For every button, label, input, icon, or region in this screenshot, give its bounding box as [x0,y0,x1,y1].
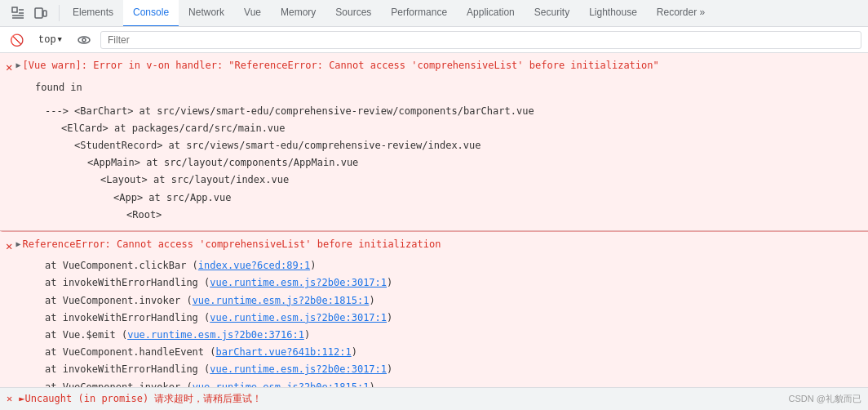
error2-link-4[interactable]: vue.runtime.esm.js?2b0e:3716:1 [127,329,304,341]
console-content: ✕ ▶ [Vue warn]: Error in v-on handler: "… [0,53,868,410]
error-icon-2[interactable]: ✕ [6,238,12,256]
error1-stack-5: <App> at src/App.vue [2,189,868,207]
tab-memory[interactable]: Memory [271,0,326,27]
error1-stack-text-3: <AppMain> at src/layout/components/AppMa… [87,155,358,171]
error-block-1: ✕ ▶ [Vue warn]: Error in v-on handler: "… [0,53,868,230]
error1-stack-3: <AppMain> at src/layout/components/AppMa… [2,154,868,172]
error1-stack-text-2: <StudentRecord> at src/views/smart-edu/c… [74,138,481,154]
error1-stack-text-4: <Layout> at src/layout/index.vue [100,172,289,188]
error2-stack-0: at VueComponent.clickBar (index.vue?6ced… [2,257,868,274]
error-icon-1[interactable]: ✕ [6,59,12,77]
bottom-error-text: ►Uncaught (in promise) 请求超时，请稍后重试！ [19,392,262,406]
error2-stack-2: at VueComponent.invoker (vue.runtime.esm… [2,292,868,310]
error2-link-2[interactable]: vue.runtime.esm.js?2b0e:1815:1 [193,295,370,306]
error1-stack-6: <Root> [2,207,868,224]
tab-vue[interactable]: Vue [234,0,271,27]
error1-main-line: ✕ ▶ [Vue warn]: Error in v-on handler: "… [2,56,868,78]
tab-performance[interactable]: Performance [381,0,457,27]
bottom-error-section: ✕ ►Uncaught (in promise) 请求超时，请稍后重试！ [7,392,789,406]
tab-security[interactable]: Security [525,0,579,27]
error1-found-in-text: found in [35,80,861,96]
error2-stack-text-4: at Vue.$emit (vue.runtime.esm.js?2b0e:37… [45,328,310,343]
error2-link-0[interactable]: index.vue?6ced:89:1 [198,260,310,271]
error2-link-1[interactable]: vue.runtime.esm.js?2b0e:3017:1 [210,277,387,288]
devtools-icons [3,3,55,23]
error2-link-5[interactable]: barChart.vue?641b:112:1 [216,346,352,358]
expand-arrow-2[interactable]: ▶ [16,238,20,252]
svg-point-7 [78,37,90,43]
error2-stack-4: at Vue.$emit (vue.runtime.esm.js?2b0e:37… [2,327,868,344]
error2-main-line: ✕ ▶ ReferenceError: Cannot access 'compr… [2,235,868,257]
device-toggle-icon[interactable] [31,3,51,23]
error1-stack-4: <Layout> at src/layout/index.vue [2,172,868,189]
svg-rect-5 [35,8,42,18]
tab-separator [59,5,60,21]
error-block-2: ✕ ▶ ReferenceError: Cannot access 'compr… [0,231,868,410]
tab-console[interactable]: Console [123,0,179,27]
error1-stack-text-0: ---> <BarChart> at src/views/smart-edu/c… [45,104,534,119]
watermark: CSDN @礼貌而已 [789,393,861,405]
error1-main-text: [Vue warn]: Error in v-on handler: "Refe… [22,58,861,74]
bottom-bar: ✕ ►Uncaught (in promise) 请求超时，请稍后重试！ CSD… [0,387,868,410]
filter-input[interactable] [100,31,861,49]
tab-application[interactable]: Application [457,0,525,27]
tab-network[interactable]: Network [179,0,234,27]
chevron-down-icon: ▼ [58,36,62,44]
error2-stack-1: at invokeWithErrorHandling (vue.runtime.… [2,274,868,292]
error1-found-in: found in [2,78,868,97]
error2-stack-text-5: at VueComponent.handleEvent (barChart.vu… [45,345,357,360]
tab-elements[interactable]: Elements [63,0,123,27]
context-selector[interactable]: top ▼ [33,32,68,48]
error1-stack-1: <ElCard> at packages/card/src/main.vue [2,120,868,137]
svg-point-8 [82,38,86,42]
error2-stack-3: at invokeWithErrorHandling (vue.runtime.… [2,310,868,327]
console-toolbar: 🚫 top ▼ [0,27,868,53]
error2-stack-5: at VueComponent.handleEvent (barChart.vu… [2,344,868,361]
tab-lighthouse[interactable]: Lighthouse [579,0,647,27]
error2-stack-text-1: at invokeWithErrorHandling (vue.runtime.… [45,275,392,291]
error2-stack-text-6: at invokeWithErrorHandling (vue.runtime.… [45,362,392,377]
tab-bar: Elements Console Network Vue Memory Sour… [0,0,868,27]
eye-button[interactable] [74,30,94,50]
error1-stack-text-1: <ElCard> at packages/card/src/main.vue [61,121,286,136]
error2-stack-text-0: at VueComponent.clickBar (index.vue?6ced… [45,258,316,274]
tab-recorder[interactable]: Recorder » [647,0,715,27]
clear-console-button[interactable]: 🚫 [7,30,26,50]
expand-arrow-1[interactable]: ▶ [16,60,20,73]
error2-stack-text-2: at VueComponent.invoker (vue.runtime.esm… [45,293,375,309]
error1-stack-2: <StudentRecord> at src/views/smart-edu/c… [2,137,868,154]
error2-stack-text-3: at invokeWithErrorHandling (vue.runtime.… [45,310,392,326]
tab-sources[interactable]: Sources [326,0,381,27]
error1-stack-text-5: <App> at src/App.vue [113,190,232,206]
error2-link-3[interactable]: vue.runtime.esm.js?2b0e:3017:1 [210,312,387,323]
error2-main-text: ReferenceError: Cannot access 'comprehen… [22,237,861,252]
bottom-error-icon[interactable]: ✕ [7,393,12,405]
error1-stack-text-6: <Root> [126,207,162,223]
inspect-icon[interactable] [8,3,28,23]
error1-stack-0: ---> <BarChart> at src/views/smart-edu/c… [2,103,868,120]
svg-rect-0 [12,7,17,12]
error2-link-6[interactable]: vue.runtime.esm.js?2b0e:3017:1 [210,363,387,375]
svg-rect-6 [43,11,46,16]
error2-stack-6: at invokeWithErrorHandling (vue.runtime.… [2,361,868,378]
